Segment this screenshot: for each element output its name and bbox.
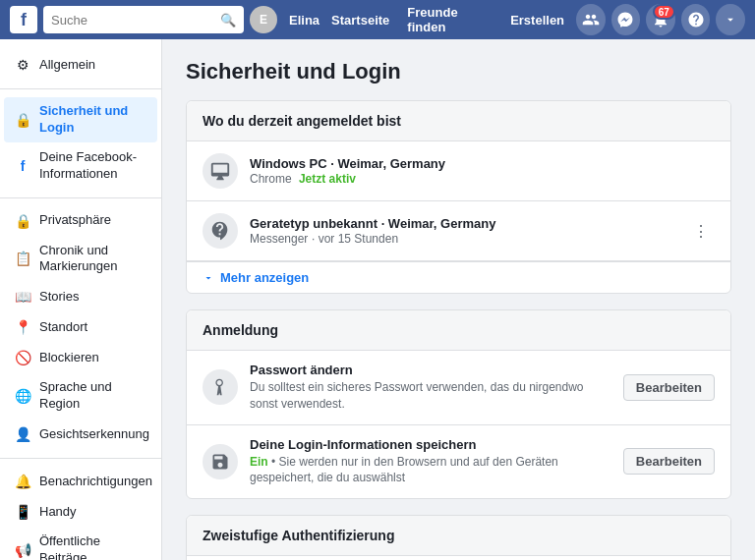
zweistufig-item-0: Zweistufige Authentifizierung verwenden … xyxy=(187,556,730,560)
public-icon: 📢 xyxy=(14,541,31,559)
device-item-0: Windows PC · Weimar, Germany Chrome Jetz… xyxy=(187,141,730,201)
main-content: Sicherheit und Login Wo du derzeit angem… xyxy=(162,39,755,560)
section-zweistufig-header: Zweistufige Authentifizierung xyxy=(187,516,730,556)
notifications-icon-btn[interactable]: 67 xyxy=(646,4,675,35)
anmeldung-btn-0[interactable]: Bearbeiten xyxy=(623,374,715,401)
sidebar-item-label: Sprache und Region xyxy=(39,379,147,413)
sidebar-item-label: Privatsphäre xyxy=(39,212,111,229)
device-active-0: Jetzt aktiv xyxy=(299,172,356,186)
device-time-1: · vor 15 Stunden xyxy=(312,232,398,246)
device-content-0: Windows PC · Weimar, Germany Chrome Jetz… xyxy=(250,156,715,186)
face-icon: 👤 xyxy=(14,425,31,443)
search-icon: 🔍 xyxy=(220,13,236,28)
bell-icon: 🔔 xyxy=(14,473,31,490)
sidebar-group-security: 🔒 Sicherheit und Login f Deine Facebook-… xyxy=(0,97,161,198)
dropdown-icon-btn[interactable] xyxy=(716,4,745,35)
anmeldung-btn-1[interactable]: Bearbeiten xyxy=(623,448,715,475)
sidebar-item-benachrichtigungen[interactable]: 🔔 Benachrichtigungen xyxy=(4,467,157,496)
sidebar-item-gesicht[interactable]: 👤 Gesichtserkennung xyxy=(4,420,157,449)
main-container: ⚙ Allgemein 🔒 Sicherheit und Login f Dei… xyxy=(0,39,755,560)
help-icon-btn[interactable] xyxy=(681,4,711,35)
sidebar-group-general: ⚙ Allgemein xyxy=(0,50,161,89)
facebook-f-icon: f xyxy=(14,157,31,175)
device-icon-1 xyxy=(203,213,238,249)
search-input[interactable] xyxy=(51,13,216,28)
nav-links: Startseite Freunde finden Erstellen 67 xyxy=(325,1,745,38)
sidebar-item-label: Gesichtserkennung xyxy=(39,426,149,443)
anmeldung-content-0: Passwort ändern Du solltest ein sicheres… xyxy=(250,363,611,413)
device-item-1: Geratetyp unbekannt · Weimar, Germany Me… xyxy=(187,201,730,261)
device-dots-btn-1[interactable]: ⋮ xyxy=(687,217,715,245)
sidebar-group-notifications: 🔔 Benachrichtigungen 📱 Handy 📢 Öffentlic… xyxy=(0,467,161,560)
ein-label-1: Ein xyxy=(250,455,268,469)
nav-startseite[interactable]: Startseite xyxy=(325,9,395,31)
sidebar-group-privacy: 🔒 Privatsphäre 📋 Chronik und Markierunge… xyxy=(0,206,161,460)
anmeldung-item-1: Deine Login-Informationen speichern Ein … xyxy=(187,425,730,499)
sidebar-item-label: Sicherheit und Login xyxy=(39,103,147,137)
location-icon: 📍 xyxy=(14,318,31,336)
device-browser-1: Messenger xyxy=(250,232,308,246)
mehr-anzeigen-label: Mehr anzeigen xyxy=(220,270,309,285)
sidebar-item-stories[interactable]: 📖 Stories xyxy=(4,282,157,311)
lock-icon: 🔒 xyxy=(14,111,31,129)
phone-icon: 📱 xyxy=(14,503,31,521)
device-browser-0: Chrome xyxy=(250,172,292,186)
anmeldung-content-1: Deine Login-Informationen speichern Ein … xyxy=(250,437,611,487)
sidebar-item-label: Öffentliche Beiträge xyxy=(39,533,147,560)
top-navigation: f 🔍 E Elina Startseite Freunde finden Er… xyxy=(0,0,755,39)
device-status-1: Messenger · vor 15 Stunden xyxy=(250,231,675,246)
device-icon-0 xyxy=(203,153,238,189)
sidebar-item-chronik[interactable]: 📋 Chronik und Markierungen xyxy=(4,237,157,282)
sidebar-item-fbinfo[interactable]: f Deine Facebook-Informationen xyxy=(4,143,157,189)
sidebar-item-oeffentlich[interactable]: 📢 Öffentliche Beiträge xyxy=(4,528,157,560)
language-icon: 🌐 xyxy=(14,387,31,405)
facebook-logo: f xyxy=(10,6,37,33)
device-content-1: Geratetyp unbekannt · Weimar, Germany Me… xyxy=(250,216,675,246)
anmeldung-desc-0: Du solltest ein sicheres Passwort verwen… xyxy=(250,379,611,413)
block-icon: 🚫 xyxy=(14,349,31,366)
sidebar-item-handy[interactable]: 📱 Handy xyxy=(4,497,157,527)
sidebar-item-label: Deine Facebook-Informationen xyxy=(39,149,147,183)
anmeldung-item-0: Passwort ändern Du solltest ein sicheres… xyxy=(187,351,730,425)
people-icon-btn[interactable] xyxy=(576,4,606,35)
device-title-0: Windows PC · Weimar, Germany xyxy=(250,156,715,171)
mehr-anzeigen-btn[interactable]: Mehr anzeigen xyxy=(187,261,730,293)
messenger-icon-btn[interactable] xyxy=(611,4,641,35)
search-bar[interactable]: 🔍 xyxy=(43,6,244,33)
sidebar-item-label: Benachrichtigungen xyxy=(39,474,152,490)
page-title: Sicherheit und Login xyxy=(186,59,731,84)
anmeldung-title-1: Deine Login-Informationen speichern xyxy=(250,437,611,452)
section-logged-in-header: Wo du derzeit angemeldet bist xyxy=(187,101,730,141)
device-status-0: Chrome Jetzt aktiv xyxy=(250,171,715,186)
sidebar-item-label: Standort xyxy=(39,319,87,336)
sidebar-item-label: Handy xyxy=(39,504,77,521)
device-title-1: Geratetyp unbekannt · Weimar, Germany xyxy=(250,216,675,231)
sidebar-item-label: Stories xyxy=(39,289,79,306)
nav-freunde[interactable]: Freunde finden xyxy=(401,1,498,38)
anmeldung-desc-text-1: Sie werden nur in den Browsern und auf d… xyxy=(250,455,558,485)
save-icon xyxy=(203,444,238,479)
sidebar-item-label: Allgemein xyxy=(39,57,95,74)
sidebar-item-label: Blockieren xyxy=(39,350,99,366)
section-logged-in: Wo du derzeit angemeldet bist Windows PC… xyxy=(186,100,731,294)
privacy-icon: 🔒 xyxy=(14,212,31,230)
section-anmeldung: Anmeldung Passwort ändern Du solltest ei… xyxy=(186,309,731,499)
sidebar-item-sicherheit[interactable]: 🔒 Sicherheit und Login xyxy=(4,97,157,142)
gear-icon: ⚙ xyxy=(14,56,31,74)
nav-erstellen[interactable]: Erstellen xyxy=(504,9,570,31)
avatar[interactable]: E xyxy=(250,6,277,33)
notification-badge: 67 xyxy=(653,4,675,20)
sidebar-item-standort[interactable]: 📍 Standort xyxy=(4,312,157,342)
sidebar-item-privatsphaere[interactable]: 🔒 Privatsphäre xyxy=(4,206,157,236)
sidebar-item-blockieren[interactable]: 🚫 Blockieren xyxy=(4,343,157,372)
nav-user-name[interactable]: Elina xyxy=(283,9,325,31)
anmeldung-title-0: Passwort ändern xyxy=(250,363,611,377)
section-zweistufig: Zweistufige Authentifizierung Zweistufig… xyxy=(186,515,731,560)
nav-user-area: E Elina xyxy=(250,6,325,33)
sidebar-item-allgemein[interactable]: ⚙ Allgemein xyxy=(4,50,157,80)
sidebar-item-label: Chronik und Markierungen xyxy=(39,243,147,276)
stories-icon: 📖 xyxy=(14,288,31,306)
anmeldung-desc-1: Ein • Sie werden nur in den Browsern und… xyxy=(250,454,611,487)
sidebar-item-sprache[interactable]: 🌐 Sprache und Region xyxy=(4,373,157,419)
chronik-icon: 📋 xyxy=(14,250,31,267)
